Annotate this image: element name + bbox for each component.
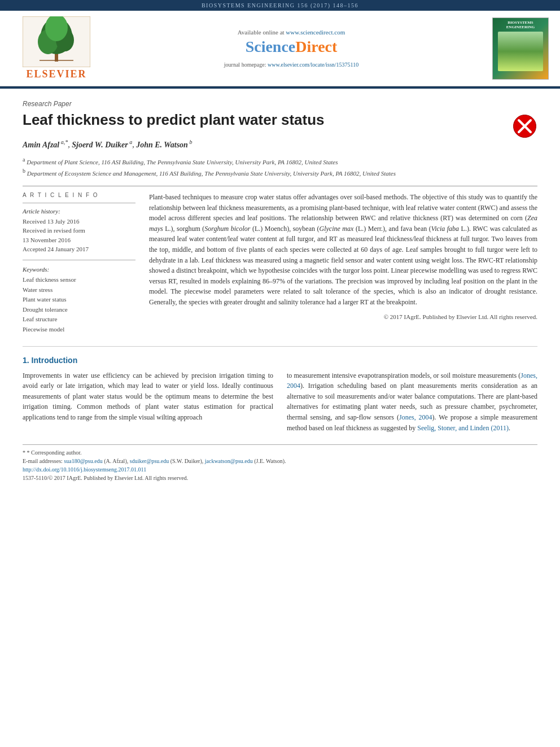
elsevier-logo: ELSEVIER: [11, 16, 102, 80]
doi-link[interactable]: http://dx.doi.org/10.1016/j.biosystemsen…: [23, 466, 146, 473]
intro-two-col: Improvements in water use efficiency can…: [23, 370, 537, 434]
email3-link[interactable]: jackwatson@psu.edu: [205, 458, 253, 464]
corresponding-label: * Corresponding author.: [27, 449, 82, 456]
email-addresses: E-mail addresses: sua180@psu.edu (A. Afz…: [23, 458, 537, 464]
title-row: Leaf thickness to predict plant water st…: [23, 111, 537, 139]
email1-author: (A. Afzal),: [104, 458, 128, 464]
email2-author: (S.W. Duiker),: [170, 458, 204, 464]
authors-line: Amin Afzal a,*, Sjoerd W. Duiker a, John…: [23, 139, 537, 150]
article-history-title: Article history:: [23, 208, 135, 215]
email2-link[interactable]: sduiker@psu.edu: [130, 458, 169, 464]
keywords-title: Keywords:: [23, 266, 135, 273]
issn-line: 1537-5110/© 2017 IAgrE. Published by Els…: [23, 475, 537, 481]
affiliations: a Department of Plant Science, 116 ASI B…: [23, 155, 537, 178]
paper-type-label: Research Paper: [23, 100, 537, 108]
sciencedirect-url[interactable]: www.sciencedirect.com: [286, 29, 345, 36]
affiliation-b-text: Department of Ecosystem Science and Mana…: [27, 169, 396, 176]
intro-section-title: 1. Introduction: [23, 356, 537, 365]
intro-right-text: to measurement intensive evapotranspirat…: [287, 370, 537, 434]
journal-cover-title: Biosystems Engineering: [506, 20, 535, 30]
jones2004-ref2[interactable]: Jones, 2004: [399, 413, 432, 421]
keyword-3: Plant water status: [23, 295, 135, 305]
copyright-text: © 2017 IAgrE. Published by Elsevier Ltd.…: [149, 312, 537, 322]
journal-title: BIOSYSTEMS ENGINEERING 156 (2017) 148–15…: [202, 2, 358, 8]
section-number: 1.: [23, 356, 29, 365]
journal-homepage-url[interactable]: www.elsevier.com/locate/issn/15375110: [268, 62, 358, 68]
keyword-2: Water stress: [23, 285, 135, 295]
doi-line: http://dx.doi.org/10.1016/j.biosystemsen…: [23, 466, 537, 473]
journal-homepage: journal homepage: www.elsevier.com/locat…: [224, 62, 358, 68]
author1-name: Amin Afzal: [23, 141, 59, 149]
info-divider: [23, 203, 135, 203]
article-body: A R T I C L E I N F O Article history: R…: [23, 192, 537, 335]
author3-sup: b: [188, 139, 193, 145]
keyword-5: Leaf structure: [23, 314, 135, 325]
corresponding-author-note: * * Corresponding author.: [23, 449, 537, 456]
intro-left-text: Improvements in water use efficiency can…: [23, 370, 273, 423]
corresponding-star: *: [23, 449, 25, 456]
page-footer: * * Corresponding author. E-mail address…: [23, 444, 537, 481]
author1-sup: a,*: [59, 139, 68, 145]
article-info-heading: A R T I C L E I N F O: [23, 192, 135, 198]
available-online-text: Available online at www.sciencedirect.co…: [238, 29, 345, 36]
keyword-4: Drought tolerance: [23, 305, 135, 315]
keywords-list: Leaf thickness sensor Water stress Plant…: [23, 275, 135, 335]
received-revised-label: Received in revised form: [23, 226, 135, 235]
introduction-section: 1. Introduction Improvements in water us…: [23, 346, 537, 434]
affiliation-a: a Department of Plant Science, 116 ASI B…: [23, 155, 537, 167]
abstract-text: Plant-based techniques to measure crop w…: [149, 192, 537, 308]
crossmark-icon: [512, 113, 537, 139]
keyword-1: Leaf thickness sensor: [23, 275, 135, 285]
seelig2011-ref[interactable]: Seelig, Stoner, and Linden (2011): [417, 424, 509, 432]
elsevier-brand-text: ELSEVIER: [26, 68, 86, 80]
email-label: E-mail addresses:: [23, 458, 63, 464]
article-info-column: A R T I C L E I N F O Article history: R…: [23, 192, 135, 335]
author2-name: Sjoerd W. Duiker: [72, 141, 128, 149]
journal-cover-image: [498, 32, 543, 71]
elsevier-tree-icon: [23, 16, 90, 67]
journal-header-bar: BIOSYSTEMS ENGINEERING 156 (2017) 148–15…: [0, 0, 560, 11]
keywords-divider: [23, 260, 135, 260]
affiliation-a-text: Department of Plant Science, 116 ASI Bui…: [27, 158, 338, 165]
author3-name: John E. Watson: [136, 141, 188, 149]
affiliation-b: b Department of Ecosystem Science and Ma…: [23, 167, 537, 178]
sciencedirect-logo: ScienceDirect: [246, 38, 338, 56]
journal-cover: Biosystems Engineering: [492, 18, 549, 80]
paper-title: Leaf thickness to predict plant water st…: [23, 111, 325, 129]
sciencedirect-info: Available online at www.sciencedirect.co…: [102, 29, 481, 68]
article-divider: [23, 186, 537, 186]
section-heading: Introduction: [32, 356, 78, 365]
page-header: ELSEVIER Available online at www.science…: [0, 11, 560, 86]
revised-date: 13 November 2016: [23, 235, 135, 245]
abstract-column: Plant-based techniques to measure crop w…: [149, 192, 537, 335]
email3-author: (J.E. Watson).: [254, 458, 286, 464]
elsevier-logo-container: ELSEVIER: [11, 16, 102, 80]
main-content: Research Paper Leaf thickness to predict…: [0, 89, 560, 495]
received-date: Received 13 July 2016: [23, 217, 135, 226]
keyword-6: Piecewise model: [23, 325, 135, 335]
intro-right-col: to measurement intensive evapotranspirat…: [287, 370, 537, 434]
journal-cover-container: Biosystems Engineering: [481, 18, 549, 80]
intro-left-col: Improvements in water use efficiency can…: [23, 370, 273, 434]
accepted-date: Accepted 24 January 2017: [23, 244, 135, 254]
jones2004-ref1[interactable]: Jones, 2004: [287, 372, 537, 390]
email1-link[interactable]: sua180@psu.edu: [64, 458, 102, 464]
